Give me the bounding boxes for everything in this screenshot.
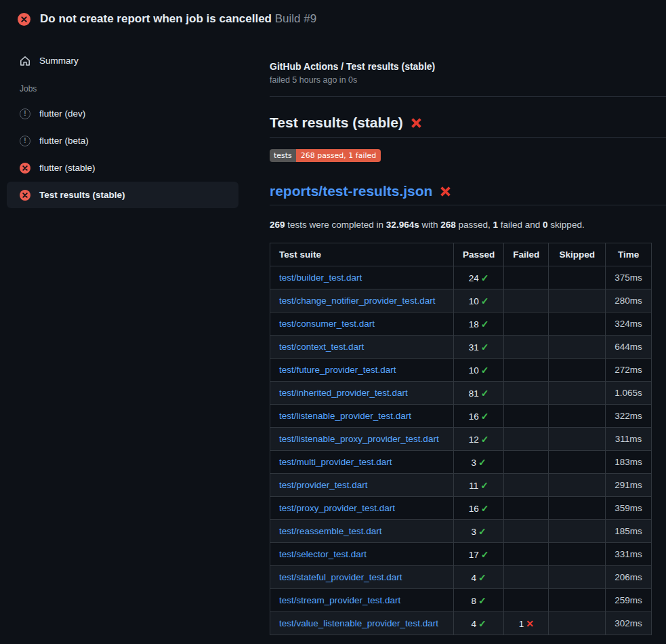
section-heading: Test results (stable)	[270, 115, 666, 138]
home-icon	[20, 56, 30, 66]
time-cell: 185ms	[606, 520, 652, 543]
test-suite-link[interactable]: test/provider_test.dart	[279, 480, 368, 490]
skip-cell	[549, 405, 606, 428]
time-cell: 259ms	[606, 589, 652, 612]
table-row: test/consumer_test.dart18✓324ms	[270, 313, 652, 336]
fail-cell	[504, 359, 549, 382]
test-suite-link[interactable]: test/future_provider_test.dart	[279, 365, 396, 375]
pass-cell: 81✓	[454, 382, 504, 405]
main-content: GitHub Actions / Test results (stable) f…	[270, 35, 666, 644]
test-suite-link[interactable]: test/context_test.dart	[279, 342, 364, 352]
test-suite-link[interactable]: test/consumer_test.dart	[279, 319, 375, 329]
cancelled-status-icon: !	[20, 108, 30, 119]
failure-status-icon	[20, 190, 30, 201]
test-suite-link[interactable]: test/stream_provider_test.dart	[279, 595, 400, 605]
table-row: test/selector_test.dart17✓331ms	[270, 543, 652, 566]
sidebar-item-label: flutter (beta)	[39, 136, 89, 146]
results-table-body: test/builder_test.dart24✓375mstest/chang…	[270, 266, 652, 635]
test-suite-link[interactable]: test/inherited_provider_test.dart	[279, 388, 408, 398]
suite-cell: test/stateful_provider_test.dart	[270, 566, 454, 589]
skip-cell	[549, 266, 606, 289]
sidebar-item-flutter-beta[interactable]: ! flutter (beta)	[7, 127, 238, 154]
skip-cell	[549, 289, 606, 313]
check-icon: ✓	[478, 572, 486, 583]
check-icon: ✓	[481, 296, 489, 306]
time-cell: 302ms	[606, 612, 652, 635]
suite-cell: test/multi_provider_test.dart	[270, 451, 454, 474]
build-number: Build #9	[275, 12, 316, 25]
test-suite-link[interactable]: test/listenable_proxy_provider_test.dart	[279, 434, 439, 444]
fail-cell: 1✕	[504, 612, 549, 635]
breadcrumb: GitHub Actions / Test results (stable)	[270, 61, 666, 72]
skip-cell	[549, 428, 606, 451]
report-heading: reports/test-results.json	[270, 183, 666, 205]
suite-cell: test/builder_test.dart	[270, 266, 454, 289]
test-suite-link[interactable]: test/selector_test.dart	[279, 549, 367, 559]
fail-cell	[504, 336, 549, 359]
suite-cell: test/inherited_provider_test.dart	[270, 382, 454, 405]
skip-cell	[549, 566, 606, 589]
pass-cell: 17✓	[454, 543, 504, 566]
sidebar-item-flutter-stable[interactable]: flutter (stable)	[7, 155, 238, 181]
test-suite-link[interactable]: test/builder_test.dart	[279, 273, 362, 283]
test-suite-link[interactable]: test/stateful_provider_test.dart	[279, 572, 402, 582]
build-results-page: Do not create report when job is cancell…	[0, 0, 666, 644]
pass-cell: 24✓	[454, 266, 504, 289]
check-icon: ✓	[481, 342, 489, 353]
test-suite-link[interactable]: test/reassemble_test.dart	[279, 526, 382, 536]
table-row: test/reassemble_test.dart3✓185ms	[270, 520, 652, 543]
divider	[270, 96, 666, 97]
table-row: test/value_listenable_provider_test.dart…	[270, 612, 652, 635]
badge-label: tests	[270, 149, 296, 162]
skip-cell	[549, 589, 606, 612]
skip-cell	[549, 520, 606, 543]
sidebar-item-flutter-dev[interactable]: ! flutter (dev)	[7, 100, 238, 127]
cross-mark-icon	[439, 185, 452, 198]
pass-cell: 11✓	[454, 474, 504, 497]
sidebar-item-summary[interactable]: Summary	[7, 47, 238, 74]
run-status-text: failed 5 hours ago in 0s	[270, 75, 666, 85]
test-suite-link[interactable]: test/change_notifier_provider_test.dart	[279, 296, 435, 306]
test-suite-link[interactable]: test/proxy_provider_test.dart	[279, 503, 395, 513]
time-cell: 644ms	[606, 336, 652, 359]
pass-cell: 16✓	[454, 497, 504, 520]
suite-cell: test/reassemble_test.dart	[270, 520, 454, 543]
skip-cell	[549, 359, 606, 382]
skip-cell	[549, 497, 606, 520]
fail-cell	[504, 497, 549, 520]
cross-mark-icon	[410, 117, 423, 129]
test-suite-link[interactable]: test/multi_provider_test.dart	[279, 457, 392, 467]
time-cell: 1.065s	[606, 382, 652, 405]
skip-cell	[549, 474, 606, 497]
suite-cell: test/listenable_provider_test.dart	[270, 405, 454, 428]
table-row: test/multi_provider_test.dart3✓183ms	[270, 451, 652, 474]
pass-cell: 12✓	[454, 428, 504, 451]
time-cell: 311ms	[606, 428, 652, 451]
time-cell: 324ms	[606, 313, 652, 336]
check-icon: ✓	[481, 365, 489, 376]
test-suite-link[interactable]: test/value_listenable_provider_test.dart	[279, 618, 438, 628]
sidebar-item-test-results-stable[interactable]: Test results (stable)	[7, 182, 238, 208]
badge-value: 268 passed, 1 failed	[296, 149, 381, 162]
pass-cell: 10✓	[454, 289, 504, 313]
fail-cell	[504, 589, 549, 612]
table-row: test/listenable_provider_test.dart16✓322…	[270, 405, 652, 428]
sidebar-item-label: Test results (stable)	[39, 190, 125, 200]
check-icon: ✓	[481, 388, 489, 399]
time-cell: 183ms	[606, 451, 652, 474]
section-title: Test results (stable)	[270, 115, 403, 131]
pass-cell: 4✓	[454, 612, 504, 635]
check-icon: ✓	[481, 434, 489, 445]
total-count: 269	[270, 220, 285, 230]
build-title-text: Do not create report when job is cancell…	[40, 12, 272, 25]
time-cell: 272ms	[606, 359, 652, 382]
test-results-table: Test suite Passed Failed Skipped Time te…	[270, 243, 652, 635]
skip-cell	[549, 543, 606, 566]
sidebar-item-label: Summary	[39, 56, 79, 66]
test-suite-link[interactable]: test/listenable_provider_test.dart	[279, 411, 411, 421]
report-file-link[interactable]: reports/test-results.json	[270, 183, 432, 199]
table-row: test/stateful_provider_test.dart4✓206ms	[270, 566, 652, 589]
sidebar: Summary Jobs ! flutter (dev) ! flutter (…	[0, 35, 253, 644]
fail-cell	[504, 313, 549, 336]
failure-status-icon	[20, 163, 30, 174]
